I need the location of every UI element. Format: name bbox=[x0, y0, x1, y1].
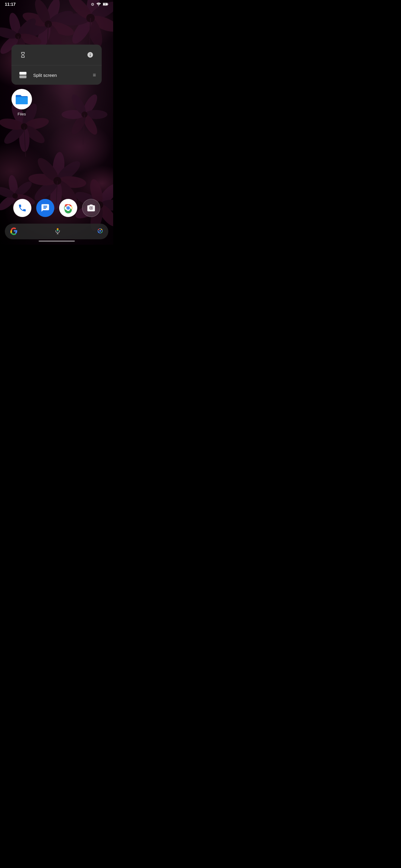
status-bar: 11:17 ⚙ bbox=[0, 0, 113, 8]
files-label: Files bbox=[18, 112, 26, 116]
developer-icon: ⚙ bbox=[91, 2, 94, 7]
svg-point-78 bbox=[67, 207, 69, 209]
chrome-app-icon[interactable] bbox=[59, 199, 77, 217]
wifi-icon bbox=[96, 2, 101, 6]
svg-rect-71 bbox=[107, 4, 108, 5]
svg-point-82 bbox=[99, 230, 101, 232]
menu-dots[interactable]: ≡ bbox=[93, 72, 96, 79]
context-menu: Split screen ≡ bbox=[11, 44, 102, 85]
messages-app-icon[interactable] bbox=[36, 199, 54, 217]
google-g-icon[interactable] bbox=[10, 227, 18, 236]
phone-app-icon[interactable] bbox=[13, 199, 31, 217]
split-screen-item[interactable]: Split screen ≡ bbox=[11, 65, 102, 85]
split-screen-icon bbox=[18, 70, 28, 81]
nav-bar bbox=[0, 239, 113, 244]
mic-icon[interactable] bbox=[54, 227, 61, 236]
svg-rect-74 bbox=[19, 75, 26, 78]
camera-app-icon[interactable] bbox=[82, 199, 100, 217]
lens-icon[interactable] bbox=[97, 227, 104, 236]
status-time: 11:17 bbox=[5, 2, 16, 7]
status-icons: ⚙ bbox=[91, 2, 108, 7]
split-screen-label: Split screen bbox=[33, 73, 88, 78]
svg-rect-73 bbox=[19, 72, 26, 75]
files-icon[interactable] bbox=[11, 89, 32, 110]
timer-button[interactable] bbox=[18, 50, 28, 60]
dock bbox=[0, 195, 113, 221]
info-button[interactable] bbox=[85, 50, 96, 60]
svg-rect-79 bbox=[57, 228, 59, 231]
files-app-area: Files bbox=[11, 89, 32, 116]
screen: 11:17 ⚙ bbox=[0, 0, 113, 245]
context-menu-top bbox=[11, 44, 102, 65]
battery-icon bbox=[103, 2, 108, 6]
svg-point-69 bbox=[98, 5, 99, 6]
nav-pill bbox=[39, 241, 75, 242]
search-bar[interactable] bbox=[5, 224, 108, 239]
